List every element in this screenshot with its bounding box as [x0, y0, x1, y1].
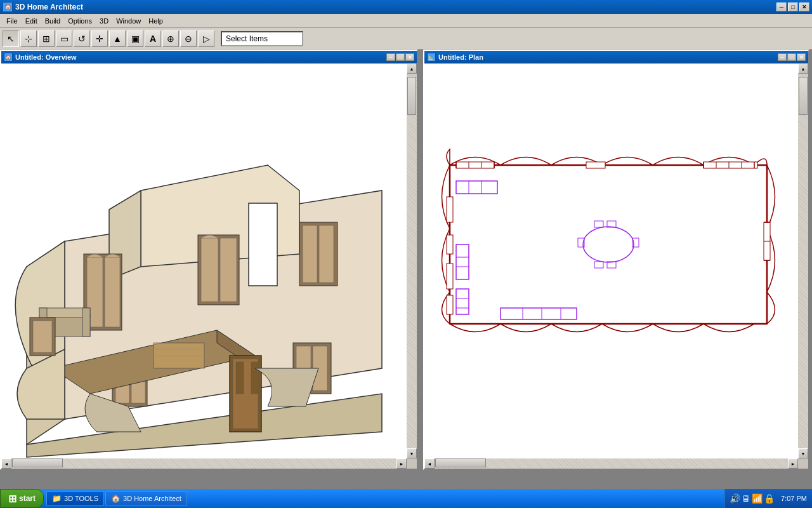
svg-rect-60 [447, 295, 453, 314]
title-bar: 🏠 3D Home Architect ─ □ ✕ [0, 0, 812, 14]
select-items-label: Select Items [226, 34, 268, 43]
plan-minimize[interactable]: ─ [778, 53, 787, 61]
svg-rect-35 [33, 321, 52, 352]
plan-hscroll[interactable]: ◄ ► [424, 458, 798, 469]
svg-rect-46 [704, 162, 757, 168]
svg-point-61 [583, 227, 634, 262]
svg-rect-74 [456, 289, 469, 314]
tool-zoom-in[interactable]: ⊕ [162, 30, 179, 47]
tool-select[interactable]: ↖ [3, 30, 19, 47]
svg-rect-59 [447, 264, 453, 289]
menu-help[interactable]: Help [145, 16, 167, 26]
workspace: 🏠 Untitled: Overview ─ □ ✕ [0, 50, 812, 507]
overview-title-bar: 🏠 Untitled: Overview ─ □ ✕ [1, 51, 417, 64]
overview-scroll-up[interactable]: ▲ [407, 64, 417, 74]
overview-scroll-left[interactable]: ◄ [1, 458, 11, 469]
menu-options[interactable]: Options [64, 16, 96, 26]
overview-window-icon: 🏠 [4, 53, 13, 62]
svg-rect-41 [456, 162, 494, 168]
svg-rect-64 [594, 262, 603, 268]
toolbar: ↖ ⊹ ⊞ ▭ ↺ ✛ ▲ ▣ A ⊕ ⊖ ▷ Select Items [0, 28, 812, 50]
menu-bar: File Edit Build Options 3D Window Help [0, 14, 812, 28]
tool-rotate[interactable]: ↺ [74, 30, 90, 47]
tool-paint[interactable]: ▲ [109, 30, 126, 47]
tray-icons: 🔊 🖥 📶 🔒 [730, 493, 775, 504]
taskbar-item-3dtools[interactable]: 📁 3D TOOLS [46, 491, 104, 505]
taskbar-item-architect[interactable]: 🏠 3D Home Architect [105, 491, 187, 505]
svg-rect-26 [249, 203, 277, 286]
tool-move[interactable]: ✛ [91, 30, 108, 47]
start-label: start [19, 494, 36, 503]
svg-rect-57 [447, 197, 453, 222]
overview-hscroll[interactable]: ◄ ► [1, 458, 407, 469]
taskbar-items: 📁 3D TOOLS 🏠 3D Home Architect [44, 491, 724, 505]
plan-scroll-down[interactable]: ▼ [798, 448, 808, 458]
overview-scroll-right[interactable]: ► [396, 458, 407, 469]
tray-icon-extra2: 🔒 [764, 493, 775, 504]
tool-pointer[interactable]: ⊹ [20, 30, 37, 47]
house-3d-view [14, 121, 401, 464]
svg-rect-7 [105, 257, 120, 327]
overview-restore[interactable]: □ [396, 53, 405, 61]
tray-icon-network: 🖥 [742, 493, 750, 504]
close-button[interactable]: ✕ [799, 3, 809, 11]
overview-vscroll[interactable]: ▲ ▼ [407, 64, 417, 458]
taskbar-time: 7:07 PM [781, 495, 807, 502]
svg-rect-71 [456, 244, 469, 279]
plan-scroll-right[interactable]: ► [788, 458, 798, 469]
overview-scroll-down[interactable]: ▼ [407, 448, 417, 458]
svg-rect-52 [586, 162, 605, 168]
tool-camera[interactable]: ▷ [198, 30, 214, 47]
app-title: 3D Home Architect [15, 3, 83, 11]
app-icon: 🏠 [3, 2, 13, 12]
svg-rect-62 [594, 221, 603, 227]
tool-zoom-out[interactable]: ⊖ [180, 30, 197, 47]
plan-title-bar: 📐 Untitled: Plan ─ □ ✕ [424, 51, 808, 64]
svg-rect-9 [201, 238, 218, 302]
menu-edit[interactable]: Edit [22, 16, 41, 26]
plan-window-icon: 📐 [427, 53, 436, 62]
start-button[interactable]: ⊞ start [0, 489, 44, 508]
overview-minimize[interactable]: ─ [386, 53, 395, 61]
plan-restore[interactable]: □ [787, 53, 796, 61]
plan-scroll-left[interactable]: ◄ [424, 458, 435, 469]
taskbar-tray: 🔊 🖥 📶 🔒 7:07 PM [724, 489, 812, 508]
svg-rect-33 [82, 308, 90, 337]
menu-3d[interactable]: 3D [96, 16, 112, 26]
plan-body: ▲ ▼ ◄ ► [424, 64, 808, 469]
tool-box[interactable]: ▣ [127, 30, 143, 47]
overview-scroll-corner [407, 458, 417, 469]
plan-scroll-corner [798, 458, 808, 469]
menu-file[interactable]: File [3, 16, 22, 26]
taskbar-item-label: 3D TOOLS [64, 495, 98, 502]
svg-rect-13 [319, 225, 334, 283]
menu-build[interactable]: Build [41, 16, 64, 26]
restore-button[interactable]: □ [788, 3, 798, 11]
taskbar-item-label-2: 3D Home Architect [123, 495, 181, 502]
tool-text[interactable]: A [145, 30, 161, 47]
overview-body: ▲ ▼ ◄ ► [1, 64, 417, 469]
plan-window-title: Untitled: Plan [438, 53, 483, 61]
svg-rect-77 [501, 308, 577, 319]
minimize-button[interactable]: ─ [776, 3, 787, 11]
svg-rect-68 [456, 181, 497, 194]
svg-rect-24 [236, 362, 244, 394]
tray-icon-sound: 🔊 [730, 493, 740, 504]
svg-rect-12 [303, 225, 317, 283]
overview-close[interactable]: ✕ [405, 53, 414, 61]
taskbar: ⊞ start 📁 3D TOOLS 🏠 3D Home Architect 🔊… [0, 489, 812, 508]
svg-rect-25 [251, 362, 259, 394]
select-items-display: Select Items [221, 31, 303, 46]
overview-window-title: Untitled: Overview [15, 53, 77, 61]
floor-plan-view [437, 146, 780, 343]
tray-icon-extra: 📶 [752, 493, 763, 504]
plan-scroll-up[interactable]: ▲ [798, 64, 808, 74]
tool-grid[interactable]: ⊞ [38, 30, 55, 47]
svg-rect-58 [447, 235, 453, 254]
overview-window: 🏠 Untitled: Overview ─ □ ✕ [0, 50, 418, 470]
menu-window[interactable]: Window [112, 16, 145, 26]
tool-floor[interactable]: ▭ [56, 30, 72, 47]
plan-vscroll[interactable]: ▲ ▼ [798, 64, 808, 458]
plan-close[interactable]: ✕ [797, 53, 806, 61]
plan-window: 📐 Untitled: Plan ─ □ ✕ [423, 50, 809, 470]
